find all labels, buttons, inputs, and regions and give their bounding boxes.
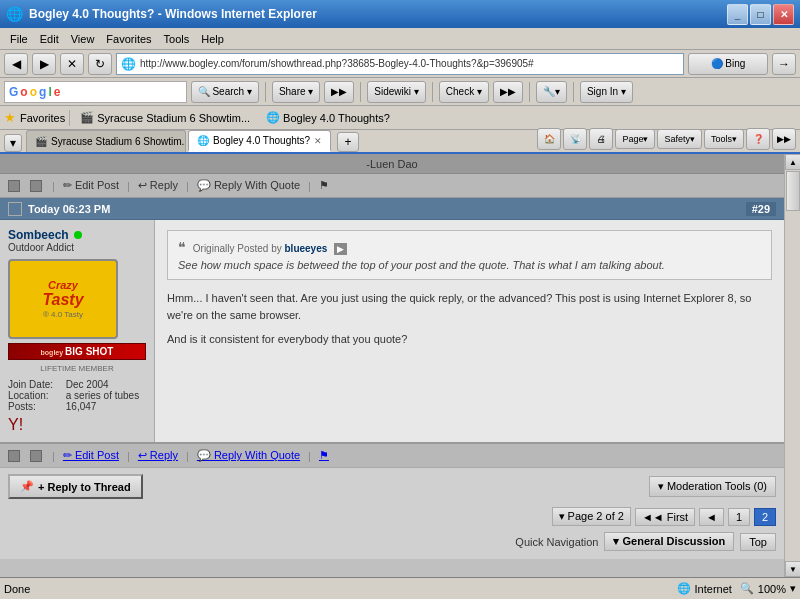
- toolbar-sep5: [573, 82, 574, 102]
- search-bing-button[interactable]: 🔵 Bing: [688, 53, 768, 75]
- posts-row: Posts: 16,047: [8, 401, 146, 412]
- signin-button[interactable]: Sign In ▾: [580, 81, 633, 103]
- forward-button[interactable]: ▶: [32, 53, 56, 75]
- edit-post-top[interactable]: ✏ Edit Post: [63, 179, 119, 192]
- zoom-dropdown[interactable]: ▾: [790, 582, 796, 595]
- ie-tools-btn[interactable]: 🔧▾: [536, 81, 567, 103]
- menu-edit[interactable]: Edit: [34, 31, 65, 47]
- reply-top[interactable]: ↩ Reply: [138, 179, 178, 192]
- reply-bottom[interactable]: ↩ Reply: [138, 449, 178, 462]
- rss-button[interactable]: 📡: [563, 128, 587, 150]
- close-button[interactable]: ✕: [773, 4, 794, 25]
- sidewiki-button[interactable]: Sidewiki ▾: [367, 81, 425, 103]
- page-2-btn[interactable]: 2: [754, 508, 776, 526]
- report-icon-top: [8, 180, 20, 192]
- moderation-tools-button[interactable]: ▾ Moderation Tools (0): [649, 476, 776, 497]
- zone-icon: 🌐: [677, 582, 691, 595]
- window-controls[interactable]: _ □ ✕: [727, 4, 794, 25]
- toolbar-sep2: [360, 82, 361, 102]
- action-sep3: |: [186, 180, 189, 192]
- quote-icon: ▶: [334, 243, 347, 255]
- tab-1-icon: 🌐: [197, 135, 209, 146]
- zoom-text: 100%: [758, 583, 786, 595]
- flag-bottom[interactable]: ⚑: [319, 449, 329, 462]
- location-label: Location:: [8, 390, 63, 401]
- safety-menu-button[interactable]: Safety▾: [657, 129, 702, 149]
- favorites-label: Favorites: [20, 112, 65, 124]
- back-button[interactable]: ◀: [4, 53, 28, 75]
- fav-item-0[interactable]: 🎬 Syracuse Stadium 6 Showtim...: [74, 109, 256, 126]
- scroll-track: [785, 170, 800, 561]
- menu-view[interactable]: View: [65, 31, 101, 47]
- page-1-btn[interactable]: 1: [728, 508, 750, 526]
- tab-0-icon: 🎬: [35, 136, 47, 147]
- menu-tools[interactable]: Tools: [158, 31, 196, 47]
- fav-item-1[interactable]: 🌐 Bogley 4.0 Thoughts?: [260, 109, 396, 126]
- location-value: a series of tubes: [66, 390, 139, 401]
- flag-top[interactable]: ⚑: [319, 179, 329, 192]
- quicknav-row: Quick Navigation ▾ General Discussion To…: [8, 530, 776, 553]
- menubar: File Edit View Favorites Tools Help: [0, 28, 800, 50]
- check-button[interactable]: Check ▾: [439, 81, 489, 103]
- minimize-button[interactable]: _: [727, 4, 748, 25]
- search-button[interactable]: 🔍 Search ▾: [191, 81, 258, 103]
- scroll-down-arrow[interactable]: ▼: [785, 561, 800, 577]
- vertical-scrollbar[interactable]: ▲ ▼: [784, 154, 800, 577]
- share-button[interactable]: Share ▾: [272, 81, 320, 103]
- menu-file[interactable]: File: [4, 31, 34, 47]
- join-label: Join Date:: [8, 379, 63, 390]
- quicknav-section-btn[interactable]: ▾ General Discussion: [604, 532, 734, 551]
- tab-list-button[interactable]: ▾: [4, 134, 22, 152]
- print-button[interactable]: 🖨: [589, 128, 613, 150]
- forum-content: -Luen Dao | ✏ Edit Post | ↩ Reply | 💬 Re…: [0, 154, 784, 577]
- favorites-star: ★: [4, 110, 16, 125]
- tab-1[interactable]: 🌐 Bogley 4.0 Thoughts? ✕: [188, 130, 331, 152]
- reply-quote-bottom[interactable]: 💬 Reply With Quote: [197, 449, 300, 462]
- join-value: Dec 2004: [66, 379, 109, 390]
- menu-help[interactable]: Help: [195, 31, 230, 47]
- search-go-button[interactable]: →: [772, 53, 796, 75]
- more-tools[interactable]: ▶▶: [493, 81, 523, 103]
- help-button[interactable]: ❓: [746, 128, 770, 150]
- tab-0[interactable]: 🎬 Syracuse Stadium 6 Showtim... ✕: [26, 130, 186, 152]
- forum-header: -Luen Dao: [0, 154, 784, 174]
- google-search-input[interactable]: [62, 86, 182, 98]
- menu-favorites[interactable]: Favorites: [100, 31, 157, 47]
- location-row: Location: a series of tubes: [8, 390, 146, 401]
- post-text: Hmm... I haven't seen that. Are you just…: [167, 290, 772, 348]
- post-number: #29: [746, 202, 776, 216]
- page-label-btn[interactable]: ▾ Page 2 of 2: [552, 507, 631, 526]
- forum-header-author: -Luen Dao: [366, 158, 417, 170]
- bottom-action-bar: | ✏ Edit Post | ↩ Reply | 💬 Reply With Q…: [0, 443, 784, 467]
- new-tab-button[interactable]: +: [337, 132, 359, 152]
- action-sep-b3: |: [186, 450, 189, 462]
- first-page-btn[interactable]: ◄◄ First: [635, 508, 695, 526]
- refresh-button[interactable]: ↻: [88, 53, 112, 75]
- bigshot-text: BIG SHOT: [65, 346, 113, 357]
- reply-quote-top[interactable]: 💬 Reply With Quote: [197, 179, 300, 192]
- google-g2: g: [39, 85, 46, 99]
- action-sep4: |: [308, 180, 311, 192]
- content-area: -Luen Dao | ✏ Edit Post | ↩ Reply | 💬 Re…: [0, 154, 800, 577]
- page-menu-button[interactable]: Page▾: [615, 129, 655, 149]
- reply-thread-button[interactable]: 📌 + Reply to Thread: [8, 474, 143, 499]
- restore-button[interactable]: □: [750, 4, 771, 25]
- avatar-line2: Tasty: [42, 291, 83, 309]
- address-url: http://www.bogley.com/forum/showthread.p…: [140, 58, 679, 69]
- expand-button[interactable]: ▶▶: [772, 128, 796, 150]
- quicknav-top-btn[interactable]: Top: [740, 533, 776, 551]
- user-avatar: Crazy Tasty ® 4.0 Tasty: [8, 259, 118, 339]
- user-social-icon[interactable]: Y!: [8, 416, 146, 434]
- prev-page-btn[interactable]: ◄: [699, 508, 724, 526]
- tab-1-close[interactable]: ✕: [314, 136, 322, 146]
- posts-value: 16,047: [66, 401, 97, 412]
- extra-tools[interactable]: ▶▶: [324, 81, 354, 103]
- scroll-up-arrow[interactable]: ▲: [785, 154, 800, 170]
- tools-menu-button[interactable]: Tools▾: [704, 129, 744, 149]
- homepage-button[interactable]: 🏠: [537, 128, 561, 150]
- stop-button[interactable]: ✕: [60, 53, 84, 75]
- fav-sep: [69, 110, 70, 126]
- google-g: G: [9, 85, 18, 99]
- edit-post-bottom[interactable]: ✏ Edit Post: [63, 449, 119, 462]
- scroll-thumb[interactable]: [786, 171, 800, 211]
